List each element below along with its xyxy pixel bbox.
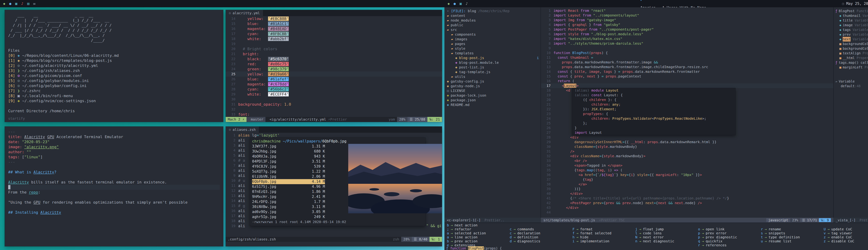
fzf-file-row[interactable]: 07nEzQ3.jpg 1.86 M (252, 189, 325, 194)
explorer-item[interactable]: ◈ blog-post.js i (447, 56, 540, 60)
startify-file-entry[interactable]: [1] ◈ ~/Repos/blog/src/templates/blog-po… (8, 58, 220, 63)
explorer-item[interactable]: ▰ utils (447, 74, 540, 79)
startify-file-entry[interactable]: [7] ❯ ~/.zshrc (8, 88, 220, 93)
which-key-binding[interactable]: s→snippets (761, 231, 824, 235)
explorer-item[interactable]: ▤ LICENSE (447, 88, 540, 93)
outline-symbol[interactable]: ƒ tags.map() callback Function:35 (835, 60, 868, 65)
outline-symbol[interactable]: ◆ prev Variable:15 (835, 32, 868, 37)
outline-symbol[interactable]: default :48 (835, 84, 868, 88)
which-key-binding[interactable]: z→disable CoC (824, 239, 868, 243)
which-key-binding[interactable]: N→next error (635, 235, 698, 239)
explorer-item[interactable]: ▰ pages (447, 41, 540, 46)
fzf-file-row[interactable]: 6liUbVN.jpg 2.06 M (252, 174, 325, 179)
yml-buffer[interactable]: 14 yellow: '#EBCB8B' 15 blue: '#81A1C1' … (226, 16, 442, 117)
outline-symbol[interactable]: ■ marginLeft Property:36 (835, 65, 868, 70)
which-key-binding[interactable]: p→prev error (698, 231, 761, 235)
workspace-icon[interactable]: ◆ (3, 2, 5, 6)
markdown-buffer[interactable]: --- title: Alacritty GPU Accelerated Ter… (8, 129, 220, 215)
outline-symbol[interactable]: ■ backgroundColor Property:21 (835, 41, 868, 46)
startify-file-entry[interactable]: [6] ⚙ ~/.config/polybar/config.ini (8, 83, 220, 88)
terminal-window-markdown[interactable]: --- title: Alacritty GPU Accelerated Ter… (5, 127, 223, 246)
which-key-binding[interactable]: a→selected action (447, 231, 510, 235)
outline-symbol[interactable]: ◆ image Variable:14 (835, 23, 868, 27)
fzf-file-row[interactable]: aghr5Ip.jpg 249 K (252, 214, 325, 219)
buffer-tab[interactable]: ⚙ alacritty.yml (226, 10, 263, 16)
workspace-icon[interactable]: ● (454, 2, 456, 6)
startify-file-entry[interactable]: [8] ▣ ~/.local/bin/rofi-menu (8, 93, 220, 98)
explorer-item[interactable]: ▰ content (447, 13, 540, 18)
file-explorer-panel[interactable]: ▾ [FILE]: blog /home/chris/Rep ▰ content… (444, 7, 541, 218)
which-key-binding[interactable]: z→enable CoC (824, 235, 868, 239)
terminal-window-aliases-zsh[interactable]: ⚙ aliases.zsh 1 alias lg='lazygit' 2 ali… (226, 127, 442, 246)
fzf-file-picker[interactable]: chris@machine ~/Pics/wallpapers/6QbF0pb.… (250, 138, 425, 226)
buffer-tab[interactable]: ⚙ aliases.zsh (226, 127, 259, 133)
terminal-window-alacritty-yml[interactable]: ⚙ alacritty.yml 14 yellow: '#EBCB8B' 15 … (226, 10, 442, 122)
which-key-binding[interactable]: t→type definition (761, 235, 824, 239)
explorer-item[interactable]: ▰ style (447, 46, 540, 51)
which-key-binding[interactable]: b→prev action (447, 239, 510, 243)
workspace-icon[interactable]: ▤ (27, 2, 30, 6)
fzf-prompt[interactable]: chris@machine ~/Pics/wallpapers/6QbF0pb.… (252, 139, 423, 144)
which-key-binding[interactable]: o→open link (698, 227, 761, 231)
fzf-file-row[interactable]: 04PDl3F.jpg 3.51 M (252, 159, 325, 164)
outline-symbol[interactable]: ◆ tags Variable:14 (835, 27, 868, 32)
outline-symbol[interactable]: ■ __html Property:29 (835, 56, 868, 60)
workspace-icon[interactable]: ✉ (33, 2, 35, 6)
startify-file-entry[interactable]: [0] ◆ ~/Repos/blog/content/Linux/06-alac… (8, 53, 220, 58)
which-key-binding[interactable]: r→rename (761, 227, 824, 231)
startify-file-entry[interactable]: [3] ❯ ~/.config/zsh/aliases.zsh (8, 68, 220, 73)
startify-file-entry[interactable]: [5] ⚙ ~/.config/polybar/modules.ini (8, 78, 220, 83)
which-key-binding[interactable]: j→float jump (635, 227, 698, 231)
workspace-icon[interactable]: ♪ (21, 2, 24, 6)
which-key-binding[interactable]: n→next diagnostic (635, 239, 698, 243)
workspace-icon[interactable]: ▣ (460, 2, 462, 6)
fzf-file-row[interactable]: 6zS17Sj.jpg 4.96 M (252, 184, 325, 189)
which-key-binding[interactable]: d→diagnostics (510, 239, 572, 243)
outline-symbol[interactable]: ■ backgroundColor Property:24 (835, 46, 868, 51)
fzf-file-row[interactable]: 3JWY37f.jpg 1.31 M (252, 144, 325, 149)
fzf-file-row[interactable]: 4bORVJa.jpg 943 K (252, 154, 325, 159)
outline-symbol[interactable]: ◆ thumbnail Variable:11 (835, 13, 868, 18)
which-key-binding[interactable]: f→format selected (572, 231, 635, 235)
which-key-binding[interactable]: v→tag viewer (824, 231, 868, 235)
fzf-file-row[interactable]: 4Y6C0JV.jpg 539 K (252, 164, 325, 169)
explorer-item[interactable]: ◆ README.md (447, 103, 540, 107)
which-key-binding[interactable]: u→resume list (761, 239, 824, 243)
startify-file-entry[interactable]: [4] ⚙ ~/.config/picom/picom.conf (8, 73, 220, 78)
which-key-binding[interactable]: a→line action (447, 235, 510, 239)
outline-symbol[interactable]: ◆ next Variable:15 (835, 37, 868, 41)
workspace-icon[interactable]: ● (9, 2, 11, 6)
explorer-item[interactable]: ◈ post-list.js (447, 65, 540, 70)
startify-file-entry[interactable]: [2] ⚙ ~/.config/alacritty/alacritty.yml (8, 63, 220, 68)
outline-symbol[interactable]: ■ textAlign Property:25 (835, 51, 868, 56)
startify-file-entry[interactable]: [9] ❖ ~/.config/nvim/coc-settings.json (8, 98, 220, 103)
fzf-file-row[interactable]: 9hMxcHr.jpg 2.41 M (252, 194, 325, 199)
which-key-binding[interactable]: l→code lens (635, 231, 698, 235)
explorer-item[interactable]: ❖ package-lock.json (447, 93, 540, 98)
fzf-file-row[interactable]: 30iNVBw.jpg 3.11 M (252, 204, 325, 210)
code-buffer[interactable]: 1 import React from "react" 2 import Lay… (541, 7, 833, 218)
which-key-binding[interactable]: q→quickfix (698, 239, 761, 243)
explorer-item[interactable]: ▰ src (447, 27, 540, 32)
explorer-item[interactable]: ◈ tag-template.js (447, 70, 540, 74)
which-key-binding[interactable]: h→hide (572, 235, 635, 239)
explorer-item[interactable]: ◈ blog-post.module.le (447, 60, 540, 65)
which-key-binding[interactable]: d→definition (510, 235, 572, 239)
fzf-file-row[interactable]: 6QbF0pb.jpg 4.14 M (252, 179, 325, 184)
which-key-binding[interactable]: c→declaration (510, 231, 572, 235)
explorer-item[interactable]: ▰ public (447, 23, 540, 27)
explorer-item[interactable]: ❖ package.json (447, 98, 540, 103)
explorer-item[interactable]: ◈ gatsby-node.js (447, 84, 540, 88)
workspace-icon[interactable]: ♪ (466, 2, 468, 6)
terminal-window-startify[interactable]: ___ __ _ __ __ / | / /___ _________ (_) … (5, 10, 223, 122)
outline-symbol[interactable]: ◆ title Variable:14 (835, 18, 868, 23)
which-key-binding[interactable]: i→implementation (572, 239, 635, 243)
explorer-item[interactable]: ▰ node_modules (447, 18, 540, 23)
fzf-file-row[interactable]: ad6v9Oy.jpg 3.05 M (252, 210, 325, 214)
fzf-file-row[interactable]: 3UwJhbg.jpg 680 K (252, 149, 325, 154)
clock-module[interactable]: ◷ May 25, 2020 19:56 (842, 2, 868, 6)
which-key-binding[interactable]: b→next action (447, 223, 510, 227)
symbol-outline-panel[interactable]: ƒ BlogPost Function:10 ◆ thumbnail Varia… (833, 7, 868, 218)
explorer-item[interactable]: ▰ templates (447, 51, 540, 56)
fzf-file-row[interactable]: 24LrDFQ.jpg 1.7 M (252, 199, 325, 204)
